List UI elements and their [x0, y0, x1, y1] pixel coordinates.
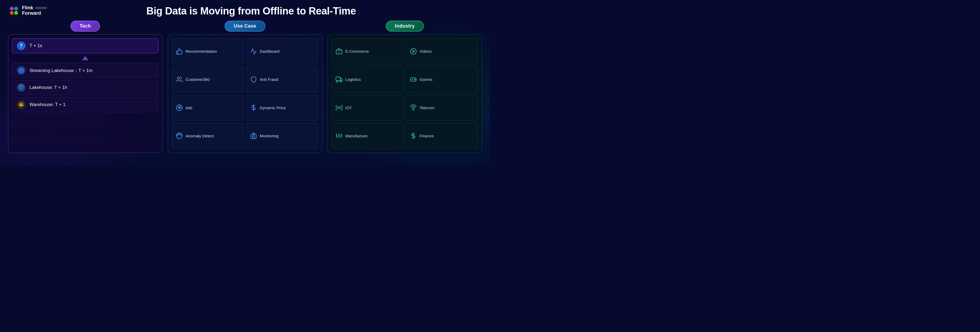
logo: Flink ASIA 2024 Forward — [8, 5, 47, 17]
finance-icon — [410, 132, 417, 139]
antifraud-icon — [250, 76, 257, 83]
recommendation-icon — [176, 48, 183, 55]
content-columns: Tech ? T + 1s Stre — [8, 21, 482, 153]
games-icon — [410, 76, 417, 83]
dynamicprice-label: Dynamic Price — [260, 106, 286, 110]
tech-pill[interactable]: Tech — [70, 21, 100, 32]
tech-panel: ? T + 1s Streaming Lakehouse：T + 1m — [8, 34, 162, 153]
tech-arrow — [12, 55, 158, 61]
svg-point-2 — [14, 7, 18, 10]
manufacture-icon — [336, 132, 342, 139]
usecase-item-customer360: Customer360 — [172, 66, 244, 92]
streaming-icon — [17, 66, 26, 75]
warehouse-icon: 🐝 — [17, 100, 26, 109]
dashboard-icon — [250, 48, 257, 55]
main-container: Flink ASIA 2024 Forward Big Data is Movi… — [0, 0, 490, 166]
usecase-item-ads: Ads — [172, 95, 244, 121]
videos-label: Videos — [420, 49, 432, 54]
dashboard-label: Dashboard — [260, 49, 279, 54]
svg-point-4 — [14, 11, 18, 15]
iot-icon — [336, 104, 342, 111]
t1s-label: T + 1s — [30, 43, 42, 49]
usecase-column: Use Case Recommendation Dashboard — [168, 21, 322, 153]
industry-pill[interactable]: Industry — [386, 21, 423, 32]
anomalydetect-icon — [176, 132, 183, 139]
antifraud-label: Anti Fraud — [260, 77, 278, 82]
svg-text:?: ? — [20, 43, 23, 49]
page-title: Big Data is Moving from Offline to Real-… — [52, 5, 450, 17]
industry-column: Industry E-Commerce — [328, 21, 482, 153]
svg-point-28 — [340, 81, 342, 82]
logo-text: Flink ASIA 2024 Forward — [22, 5, 47, 16]
recommendation-label: Recommendation — [186, 49, 217, 54]
industry-item-games: Games — [406, 66, 478, 92]
svg-point-24 — [410, 49, 416, 54]
svg-point-8 — [20, 70, 22, 71]
manufacture-label: Manufacture — [345, 134, 368, 138]
usecase-item-dynamicprice: Dynamic Price — [246, 95, 318, 121]
telecom-icon — [410, 104, 417, 111]
iot-label: IOT — [345, 106, 352, 110]
tech-item-t1s: ? T + 1s — [12, 38, 158, 53]
arrow-up-icon — [82, 56, 89, 60]
customer360-icon — [176, 76, 183, 83]
anomalydetect-label: Anomaly Detect — [186, 134, 214, 138]
svg-point-31 — [415, 79, 415, 80]
svg-point-33 — [413, 109, 414, 110]
svg-point-32 — [338, 107, 340, 109]
finance-label: Finance — [420, 134, 434, 138]
lakehouse-icon — [17, 83, 26, 92]
industry-item-videos: Videos — [406, 38, 478, 64]
logo-flink-text: Flink — [22, 5, 33, 11]
logistics-icon — [336, 76, 342, 83]
svg-point-15 — [177, 105, 182, 111]
usecase-item-recommendation: Recommendation — [172, 38, 244, 64]
monitoring-label: Monitoring — [260, 134, 278, 138]
industry-item-finance: Finance — [406, 123, 478, 149]
usecase-panel: Recommendation Dashboard — [168, 34, 322, 153]
ecommerce-label: E-Commerce — [345, 49, 369, 54]
ads-label: Ads — [186, 106, 192, 110]
question-icon: ? — [17, 41, 26, 51]
logistics-label: Logistics — [345, 77, 361, 82]
tech-item-warehouse: 🐝 Warehouse: T + 1 — [12, 97, 158, 112]
logo-asia-text: ASIA 2024 — [35, 7, 47, 9]
games-label: Games — [420, 77, 433, 82]
usecase-item-dashboard: Dashboard — [246, 38, 318, 64]
svg-point-20 — [253, 134, 254, 135]
svg-point-11 — [20, 86, 22, 89]
header: Flink ASIA 2024 Forward Big Data is Movi… — [8, 5, 482, 17]
streaming-label: Streaming Lakehouse：T + 1m — [30, 68, 92, 74]
tech-item-lakehouse: Lakehouse: T + 1h — [12, 80, 158, 95]
usecase-item-antifraud: Anti Fraud — [246, 66, 318, 92]
lakehouse-label: Lakehouse: T + 1h — [30, 85, 67, 90]
svg-point-34 — [338, 135, 340, 137]
svg-point-27 — [336, 81, 338, 82]
svg-point-14 — [177, 77, 180, 79]
svg-text:🐝: 🐝 — [18, 102, 24, 108]
industry-item-iot: IOT — [332, 95, 404, 121]
logo-icon — [8, 5, 20, 17]
svg-marker-25 — [413, 50, 415, 52]
usecase-pill[interactable]: Use Case — [224, 21, 265, 32]
customer360-label: Customer360 — [186, 77, 210, 82]
svg-rect-26 — [336, 77, 340, 81]
industry-item-telecom: Telecom — [406, 95, 478, 121]
logo-forward-text: Forward — [22, 11, 47, 16]
tech-item-streaming: Streaming Lakehouse：T + 1m — [12, 63, 158, 78]
videos-icon — [410, 48, 417, 55]
ads-icon — [176, 104, 183, 111]
svg-point-1 — [10, 7, 14, 10]
tech-column: Tech ? T + 1s Stre — [8, 21, 162, 153]
svg-point-3 — [10, 11, 14, 15]
telecom-label: Telecom — [420, 106, 434, 110]
industry-panel: E-Commerce Videos — [328, 34, 482, 153]
industry-item-manufacture: Manufacture — [332, 123, 404, 149]
usecase-item-monitoring: Monitoring — [246, 123, 318, 149]
monitoring-icon — [250, 132, 257, 139]
ecommerce-icon — [336, 48, 342, 55]
usecase-item-anomalydetect: Anomaly Detect — [172, 123, 244, 149]
dynamicprice-icon — [250, 104, 257, 111]
industry-item-ecommerce: E-Commerce — [332, 38, 404, 64]
industry-item-logistics: Logistics — [332, 66, 404, 92]
